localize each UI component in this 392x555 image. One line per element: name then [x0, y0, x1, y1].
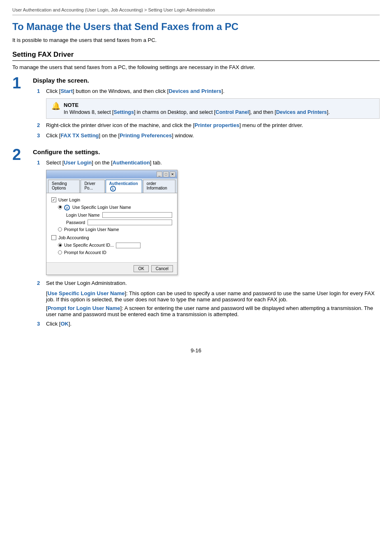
printing-prefs-link[interactable]: Printing Preferences — [120, 132, 172, 139]
prompt-link[interactable]: Prompt for Login User Name — [48, 305, 120, 311]
user-login-label: User Login — [58, 197, 80, 202]
radio-group: 2 Use Specific Login User Name Login Use… — [58, 205, 172, 232]
job-accounting-label: Job Accounting — [58, 235, 89, 240]
step-1-sub-steps: 1 Click [Start] button on the Windows, a… — [33, 88, 380, 139]
step-1-heading: Display the screen. — [33, 77, 380, 84]
sub-step-1-2-text: Right-click the printer driver icon of t… — [46, 122, 380, 128]
sub-step-2-1-num: 1 — [37, 160, 46, 166]
sub-step-1-1-num: 1 — [37, 88, 46, 94]
sub-step-2-1-text: Select [User Login] on the [Authenticati… — [46, 160, 380, 166]
note-text: In Windows 8, select [Settings] in charm… — [64, 109, 330, 115]
step-1-content: Display the screen. 1 Click [Start] butt… — [33, 77, 380, 143]
radio-prompt-account[interactable] — [58, 250, 62, 254]
radio-prompt-account-label: Prompt for Account ID — [64, 250, 106, 255]
password-input[interactable] — [88, 220, 172, 225]
password-row: Password — [66, 220, 172, 225]
radio-use-specific-row: 2 Use Specific Login User Name — [58, 205, 172, 211]
breadcrumb: User Authentication and Accounting (User… — [12, 7, 380, 15]
step-2-content: Configure the settings. 1 Select [User L… — [33, 148, 380, 331]
tab-order-information[interactable]: order Information — [143, 180, 175, 193]
devices-printers-link-1[interactable]: Devices and Printers — [168, 88, 221, 94]
sub-step-1-3-num: 3 — [37, 132, 46, 139]
sub-step-2-1: 1 Select [User Login] on the [Authentica… — [37, 160, 380, 166]
dialog-body: ✓ User Login 2 Use Specific Login User N… — [46, 193, 177, 263]
step-2-heading: Configure the settings. — [33, 148, 380, 155]
sub-step-2-2: 2 Set the User Login Administration. — [37, 280, 380, 286]
start-link[interactable]: Start — [60, 88, 73, 94]
login-name-row: Login User Name — [66, 212, 172, 218]
maximize-button[interactable]: □ — [163, 171, 169, 177]
authentication-link[interactable]: Authentication — [113, 160, 150, 166]
page-title: To Manage the Users that Send Faxes from… — [12, 21, 380, 33]
dialog-screenshot: _ □ ✕ Sending Options Driver Po... Authe… — [46, 170, 178, 275]
control-panel-link[interactable]: Control Panel — [216, 109, 249, 115]
login-name-input[interactable] — [102, 212, 172, 218]
job-accounting-checkbox-row: Job Accounting — [51, 235, 172, 240]
user-login-link[interactable]: User Login — [64, 160, 92, 166]
fax-tx-link[interactable]: FAX TX Setting — [60, 132, 99, 139]
tab-sending-options[interactable]: Sending Options — [48, 180, 80, 193]
section-title-fax-driver: Setting FAX Driver — [12, 51, 380, 61]
radio-use-account-row: Use Specific Account ID... — [58, 243, 172, 248]
sub-step-1-3-text: Click [FAX TX Setting] on the [Printing … — [46, 132, 380, 139]
note-content: NOTE In Windows 8, select [Settings] in … — [64, 102, 330, 115]
section-intro: To manage the users that send faxes from… — [12, 64, 380, 70]
devices-printers-link-note[interactable]: Devices and Printers — [276, 109, 327, 115]
sub-step-2-3: 3 Click [OK]. — [37, 321, 380, 327]
note-box: 🔔 NOTE In Windows 8, select [Settings] i… — [46, 98, 380, 119]
sub-step-2-2-text: Set the User Login Administration. — [46, 280, 380, 286]
user-login-checkbox-row: ✓ User Login — [51, 197, 172, 202]
ok-link[interactable]: OK — [60, 321, 69, 327]
sub-step-1-1-text: Click [Start] button on the Windows, and… — [46, 88, 380, 94]
step-2-sub-steps: 1 Select [User Login] on the [Authentica… — [33, 160, 380, 327]
dialog-ok-button[interactable]: OK — [134, 265, 148, 272]
printer-properties-link[interactable]: Printer properties — [194, 122, 239, 128]
radio-prompt-row: Prompt for Login User Name — [58, 227, 172, 232]
note-icon: 🔔 — [51, 102, 60, 111]
sub-step-1-2: 2 Right-click the printer driver icon of… — [37, 122, 380, 128]
prompt-desc: [Prompt for Login User Name]: A screen f… — [46, 305, 380, 317]
radio-prompt-label: Prompt for Login User Name — [64, 227, 119, 232]
login-name-label: Login User Name — [66, 213, 100, 217]
sub-step-2-3-num: 3 — [37, 321, 46, 327]
radio-use-specific-label: 2 Use Specific Login User Name — [64, 205, 131, 211]
step-1-number: 1 — [12, 75, 33, 91]
dialog-cancel-button[interactable]: Cancel — [151, 265, 173, 272]
use-specific-link[interactable]: Use Specific Login User Name — [48, 290, 125, 296]
radio-use-account-label: Use Specific Account ID... — [64, 243, 114, 247]
dialog-tabs: Sending Options Driver Po... Authenticat… — [46, 178, 177, 193]
close-button[interactable]: ✕ — [170, 171, 175, 177]
password-label: Password — [66, 220, 85, 225]
tab-driver-po[interactable]: Driver Po... — [81, 180, 104, 193]
sub-step-1-1: 1 Click [Start] button on the Windows, a… — [37, 88, 380, 94]
note-title: NOTE — [64, 102, 330, 108]
step-1-container: 1 Display the screen. 1 Click [Start] bu… — [12, 77, 380, 143]
step-2-container: 2 Configure the settings. 1 Select [User… — [12, 148, 380, 331]
sub-step-2-2-num: 2 — [37, 280, 46, 286]
dialog-footer: OK Cancel — [46, 262, 177, 275]
dialog-titlebar: _ □ ✕ — [46, 170, 177, 178]
page-intro: It is possible to manage the users that … — [12, 37, 380, 43]
radio-prompt[interactable] — [58, 227, 62, 231]
tab-authentication[interactable]: Authentication 1 — [106, 180, 142, 193]
minimize-button[interactable]: _ — [157, 171, 162, 177]
use-specific-desc: [Use Specific Login User Name]: This opt… — [46, 290, 380, 303]
account-id-input[interactable] — [116, 243, 141, 248]
settings-link[interactable]: Settings — [114, 109, 134, 115]
radio-use-account[interactable] — [58, 243, 62, 247]
sub-step-1-2-num: 2 — [37, 122, 46, 128]
sub-step-1-3: 3 Click [FAX TX Setting] on the [Printin… — [37, 132, 380, 139]
step-2-number: 2 — [12, 147, 33, 162]
sub-step-2-3-text: Click [OK]. — [46, 321, 380, 327]
page-number: 9-16 — [12, 347, 380, 354]
user-login-checkbox[interactable]: ✓ — [51, 197, 56, 202]
radio-prompt-account-row: Prompt for Account ID — [58, 250, 172, 255]
job-accounting-checkbox[interactable] — [51, 235, 56, 240]
job-accounting-radio-group: Use Specific Account ID... Prompt for Ac… — [58, 243, 172, 255]
radio-use-specific[interactable] — [58, 205, 62, 209]
